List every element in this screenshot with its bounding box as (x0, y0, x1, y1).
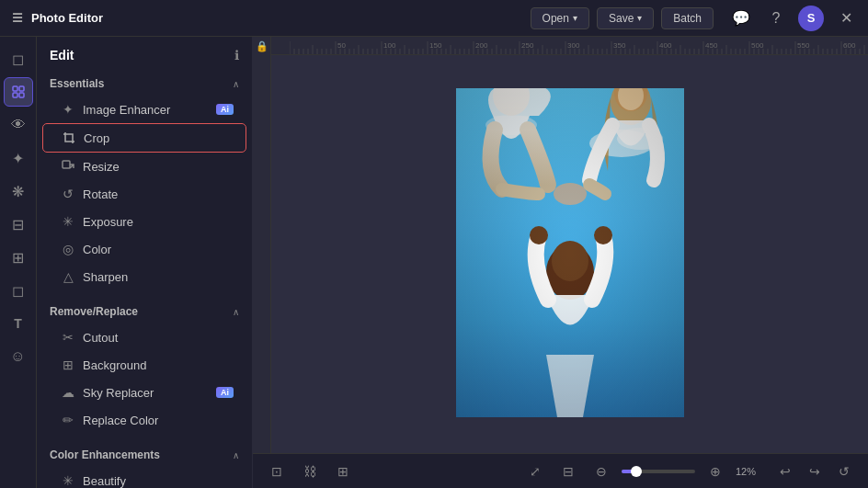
replace-color-label: Replace Color (83, 414, 234, 427)
open-label: Open (542, 12, 569, 25)
icon-bar-text[interactable]: T (4, 309, 33, 338)
open-chevron-icon: ▾ (573, 13, 577, 23)
sidebar-item-resize[interactable]: Resize (42, 153, 246, 180)
zoom-control (622, 470, 695, 473)
sidebar-item-sky-replacer[interactable]: ☁ Sky Replacer Ai (42, 379, 246, 406)
background-label: Background (83, 358, 234, 372)
crop-label: Crop (84, 131, 233, 145)
section-color-enhancements-arrow: ∧ (233, 450, 239, 460)
image-enhancer-label: Image Enhancer (83, 103, 209, 117)
help-icon[interactable]: ? (763, 6, 789, 31)
icon-bar-canvas[interactable]: ◻ (4, 276, 33, 305)
icon-bar: ◻ 👁 ✦ ❋ ⊟ ⊞ ◻ T ☺ (0, 37, 37, 488)
section-color-enhancements-header[interactable]: Color Enhancements ∧ (37, 441, 252, 467)
svg-text:200: 200 (475, 41, 488, 50)
icon-bar-view[interactable]: ◻ (4, 44, 33, 74)
topbar-right: 💬 ? S ✕ (728, 6, 859, 31)
icon-bar-effects[interactable]: ✦ (4, 143, 33, 173)
resize-label: Resize (83, 160, 234, 174)
svg-text:250: 250 (521, 41, 534, 50)
sidebar-item-sharpen[interactable]: △ Sharpen (42, 263, 246, 290)
rotate-icon: ↺ (61, 187, 75, 201)
canvas-viewport[interactable] (271, 55, 868, 453)
image-enhancer-icon: ✦ (61, 102, 75, 117)
rotate-label: Rotate (83, 187, 234, 201)
section-essentials-header[interactable]: Essentials ∧ (37, 70, 252, 96)
ruler-top: 🔒 // We'll draw this via inline SVG tick… (253, 37, 868, 55)
icon-bar-sticker[interactable]: ❋ (4, 176, 33, 206)
canvas-with-ruler (253, 55, 868, 453)
ai-badge-sky: Ai (216, 387, 234, 398)
sidebar-item-color[interactable]: ◎ Color (42, 235, 246, 263)
batch-label: Batch (673, 12, 702, 25)
undo-icon[interactable]: ↩ (772, 459, 798, 484)
icon-bar-edit[interactable] (4, 77, 33, 107)
sidebar-item-replace-color[interactable]: ✏ Replace Color (42, 406, 246, 434)
fit-screen-icon[interactable]: ⤢ (522, 459, 548, 484)
icon-bar-layers[interactable]: ⊟ (4, 210, 33, 239)
layers-icon[interactable]: ⊡ (264, 459, 290, 484)
svg-text:450: 450 (705, 41, 718, 50)
batch-button[interactable]: Batch (661, 7, 714, 29)
photo-container (456, 88, 684, 421)
sidebar-item-exposure[interactable]: ✳ Exposure (42, 208, 246, 235)
icon-bar-objects[interactable]: ⊞ (4, 243, 33, 272)
svg-rect-1 (19, 86, 24, 91)
zoom-in-icon[interactable]: ⊕ (702, 459, 728, 484)
svg-text:300: 300 (567, 41, 580, 50)
app-logo: ☰ Photo Editor (9, 10, 103, 27)
zoom-slider-track[interactable] (622, 470, 695, 473)
zoom-out-icon[interactable]: ⊖ (588, 459, 614, 484)
svg-text:550: 550 (797, 41, 810, 50)
section-remove-replace-title: Remove/Replace (50, 305, 138, 318)
save-button[interactable]: Save ▾ (597, 7, 654, 29)
info-icon[interactable]: ℹ (234, 48, 239, 62)
cutout-label: Cutout (83, 331, 234, 345)
zoom-percent: 12% (736, 466, 765, 477)
sky-replacer-label: Sky Replacer (83, 386, 209, 400)
crop-view-icon[interactable]: ⊟ (555, 459, 581, 484)
sharpen-label: Sharpen (83, 270, 234, 284)
zoom-slider-thumb[interactable] (631, 466, 642, 477)
close-icon[interactable]: ✕ (833, 6, 859, 31)
svg-rect-3 (19, 93, 24, 97)
grid-icon[interactable]: ⊞ (330, 459, 356, 484)
sidebar-item-image-enhancer[interactable]: ✦ Image Enhancer Ai (42, 96, 246, 123)
section-essentials-title: Essentials (50, 77, 104, 90)
link-icon[interactable]: ⛓ (297, 459, 323, 484)
icon-bar-eye[interactable]: 👁 (4, 110, 33, 140)
save-label: Save (609, 12, 634, 25)
save-chevron-icon: ▾ (637, 13, 642, 23)
history-buttons: ↩ ↪ ↺ (772, 459, 857, 484)
sidebar-item-rotate[interactable]: ↺ Rotate (42, 180, 246, 208)
reset-icon[interactable]: ↺ (831, 459, 857, 484)
svg-text:50: 50 (337, 41, 346, 50)
sidebar-item-crop[interactable]: Crop (42, 123, 246, 153)
cutout-icon: ✂ (61, 330, 75, 345)
sidebar-item-background[interactable]: ⊞ Background (42, 351, 246, 379)
svg-rect-4 (63, 161, 70, 168)
svg-text:500: 500 (751, 41, 764, 50)
color-icon: ◎ (61, 242, 75, 256)
sidebar-item-cutout[interactable]: ✂ Cutout (42, 323, 246, 351)
app-title: Photo Editor (31, 11, 103, 25)
exposure-icon: ✳ (61, 214, 75, 229)
user-avatar[interactable]: S (798, 6, 824, 31)
sharpen-icon: △ (61, 269, 75, 284)
open-button[interactable]: Open ▾ (531, 7, 589, 29)
replace-color-icon: ✏ (61, 413, 75, 427)
menu-icon[interactable]: ☰ (9, 10, 26, 27)
sidebar-title: Edit (50, 48, 74, 62)
canvas-area: 🔒 // We'll draw this via inline SVG tick… (253, 37, 868, 488)
svg-text:150: 150 (429, 41, 442, 50)
sidebar-item-beautify[interactable]: ✳ Beautify (42, 467, 246, 488)
sidebar-header: Edit ℹ (37, 37, 252, 70)
section-remove-replace-header[interactable]: Remove/Replace ∧ (37, 298, 252, 323)
svg-text:400: 400 (659, 41, 672, 50)
background-icon: ⊞ (61, 357, 75, 372)
chat-icon[interactable]: 💬 (728, 6, 754, 31)
icon-bar-more[interactable]: ☺ (4, 342, 33, 371)
svg-text:600: 600 (843, 41, 856, 50)
redo-icon[interactable]: ↪ (802, 459, 828, 484)
svg-rect-171 (456, 88, 684, 417)
